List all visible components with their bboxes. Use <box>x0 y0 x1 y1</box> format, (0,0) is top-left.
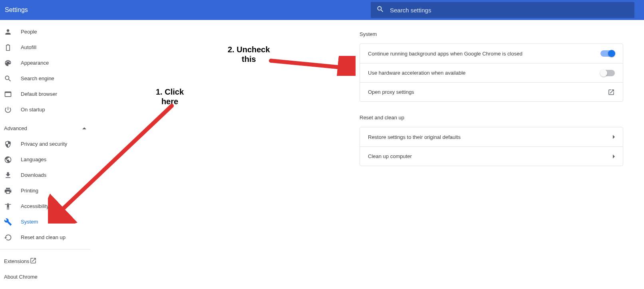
sidebar-item-about[interactable]: About Chrome <box>0 269 90 285</box>
sidebar-item-default-browser[interactable]: Default browser <box>0 86 90 102</box>
sidebar-item-label: Printing <box>21 188 38 194</box>
advanced-label: Advanced <box>4 125 27 131</box>
sidebar-item-label: Languages <box>21 156 46 162</box>
launch-icon <box>608 89 615 96</box>
divider <box>0 249 90 249</box>
wrench-icon <box>4 218 12 226</box>
annotation-arrow-2 <box>268 56 356 76</box>
annotation-text: 1. Click <box>156 87 184 97</box>
sidebar-item-label: On startup <box>21 107 45 113</box>
row-cleanup-computer[interactable]: Clean up computer <box>360 146 623 166</box>
palette-icon <box>4 59 12 67</box>
sidebar-item-printing[interactable]: Printing <box>0 183 90 198</box>
sidebar-item-label: Default browser <box>21 91 57 97</box>
annotation-text: 2. Uncheck <box>228 45 270 54</box>
toggle-background-apps[interactable] <box>600 50 615 57</box>
row-proxy-settings[interactable]: Open proxy settings <box>360 82 623 101</box>
globe-icon <box>4 156 12 164</box>
sidebar-item-search-engine[interactable]: Search engine <box>0 71 90 86</box>
sidebar-item-label: Autofill <box>21 44 36 50</box>
sidebar-item-reset[interactable]: Reset and clean up <box>0 230 90 245</box>
system-card: Continue running background apps when Go… <box>360 44 623 102</box>
sidebar-item-system[interactable]: System <box>0 214 90 230</box>
row-restore-defaults[interactable]: Restore settings to their original defau… <box>360 127 623 146</box>
annotation-2: 2. Uncheck this <box>228 45 270 64</box>
toggle-hardware-accel[interactable] <box>600 70 615 76</box>
row-label: Use hardware acceleration when available <box>368 70 465 76</box>
reset-card: Restore settings to their original defau… <box>360 127 623 166</box>
sidebar-item-label: System <box>21 219 38 225</box>
sidebar-item-people[interactable]: People <box>0 24 90 40</box>
sidebar-item-accessibility[interactable]: Accessibility <box>0 198 90 214</box>
sidebar-item-privacy[interactable]: Privacy and security <box>0 136 90 152</box>
person-icon <box>4 28 12 36</box>
header: Settings <box>0 0 644 20</box>
row-label: Continue running background apps when Go… <box>368 51 523 57</box>
clipboard-icon <box>4 44 12 51</box>
chevron-up-icon <box>82 127 86 129</box>
launch-icon <box>30 257 37 265</box>
row-label: Restore settings to their original defau… <box>368 134 461 140</box>
search-icon <box>4 75 12 83</box>
row-label: Open proxy settings <box>368 89 414 95</box>
accessibility-icon <box>4 202 12 210</box>
advanced-toggle[interactable]: Advanced <box>0 121 90 136</box>
row-background-apps[interactable]: Continue running background apps when Go… <box>360 44 623 63</box>
sidebar-item-languages[interactable]: Languages <box>0 152 90 167</box>
section-title-reset: Reset and clean up <box>360 115 623 121</box>
svg-line-3 <box>271 61 346 68</box>
sidebar-item-extensions[interactable]: Extensions <box>0 253 90 269</box>
row-label: Clean up computer <box>368 153 412 159</box>
power-icon <box>4 106 12 114</box>
sidebar-item-label: Downloads <box>21 172 46 178</box>
section-title-system: System <box>360 31 623 37</box>
sidebar-item-label: Search engine <box>21 75 54 81</box>
download-icon <box>4 171 12 179</box>
sidebar: People Autofill Appearance Search engine… <box>0 20 90 289</box>
row-hardware-accel[interactable]: Use hardware acceleration when available <box>360 63 623 82</box>
annotation-1: 1. Click here <box>156 87 184 106</box>
sidebar-item-downloads[interactable]: Downloads <box>0 167 90 183</box>
page-title: Settings <box>5 6 28 14</box>
printer-icon <box>4 187 12 195</box>
shield-icon <box>4 140 12 148</box>
sidebar-item-label: Privacy and security <box>21 141 67 147</box>
sidebar-item-label: About Chrome <box>4 274 38 280</box>
chevron-right-icon <box>613 135 615 139</box>
sidebar-item-on-startup[interactable]: On startup <box>0 102 90 117</box>
sidebar-item-label: Extensions <box>4 258 30 264</box>
search-input[interactable] <box>390 7 629 14</box>
search-box[interactable] <box>371 2 634 18</box>
chevron-right-icon <box>613 154 615 158</box>
annotation-text: this <box>228 54 270 64</box>
content-area: System Continue running background apps … <box>360 26 623 166</box>
search-icon <box>376 5 384 15</box>
sidebar-item-label: Accessibility <box>21 203 49 209</box>
sidebar-item-label: Reset and clean up <box>21 234 66 240</box>
restore-icon <box>4 234 12 241</box>
sidebar-item-autofill[interactable]: Autofill <box>0 40 90 55</box>
sidebar-item-label: People <box>21 29 37 35</box>
annotation-text: here <box>156 97 184 106</box>
browser-icon <box>4 90 12 98</box>
sidebar-item-label: Appearance <box>21 60 49 66</box>
sidebar-item-appearance[interactable]: Appearance <box>0 55 90 71</box>
